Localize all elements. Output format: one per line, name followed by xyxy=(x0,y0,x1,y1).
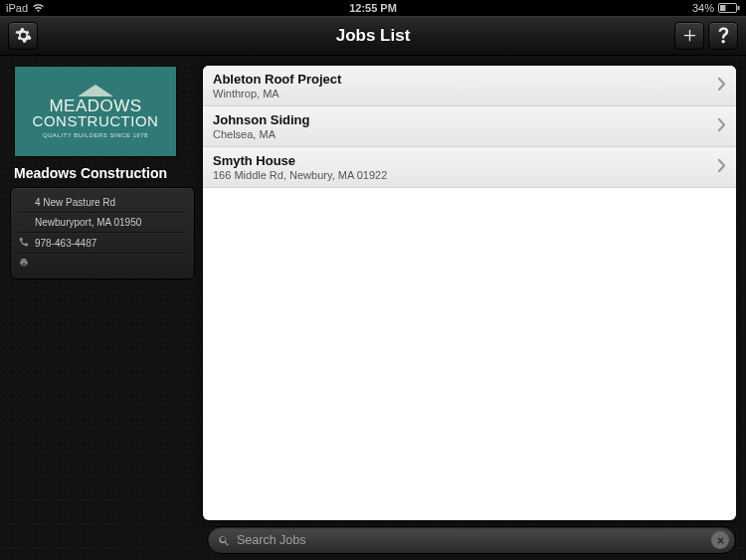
battery-icon xyxy=(718,3,740,13)
clear-search-button[interactable] xyxy=(711,531,729,549)
job-title: Johnson Siding xyxy=(213,112,717,127)
job-subtitle: Winthrop, MA xyxy=(213,88,717,99)
chevron-right-icon xyxy=(717,77,726,94)
address-row: 4 New Pasture Rd xyxy=(19,194,186,211)
ios-status-bar: iPad 12:55 PM 34% xyxy=(0,0,746,16)
gear-icon xyxy=(15,27,32,44)
fax-row xyxy=(19,255,186,273)
jobs-panel: Ableton Roof ProjectWinthrop, MAJohnson … xyxy=(203,66,736,520)
job-title: Ableton Roof Project xyxy=(213,72,717,87)
nav-bar: Jobs List xyxy=(0,16,746,56)
settings-button[interactable] xyxy=(8,22,38,50)
wifi-icon xyxy=(32,3,45,13)
plus-icon xyxy=(682,28,697,43)
chevron-right-icon xyxy=(717,158,726,176)
search-bar[interactable] xyxy=(207,526,736,554)
search-icon xyxy=(218,534,231,547)
job-subtitle: 166 Middle Rd, Newbury, MA 01922 xyxy=(213,169,717,181)
company-info-card: 4 New Pasture Rd Newburyport, MA 01950 9… xyxy=(10,187,195,280)
city-row: Newburyport, MA 01950 xyxy=(19,214,186,231)
phone-row: 978-463-4487 xyxy=(19,234,186,252)
address-line-2: Newburyport, MA 01950 xyxy=(35,217,141,228)
address-line-1: 4 New Pasture Rd xyxy=(35,197,115,208)
company-name: Meadows Construction xyxy=(14,165,195,181)
fax-icon xyxy=(19,258,29,270)
job-row[interactable]: Smyth House166 Middle Rd, Newbury, MA 01… xyxy=(203,147,736,188)
job-subtitle: Chelsea, MA xyxy=(213,128,717,140)
company-logo: MEADOWS CONSTRUCTION QUALITY BUILDERS SI… xyxy=(14,66,177,157)
help-button[interactable] xyxy=(708,22,738,50)
job-row[interactable]: Ableton Roof ProjectWinthrop, MA xyxy=(203,66,736,106)
phone-number: 978-463-4487 xyxy=(35,238,96,249)
phone-icon xyxy=(19,237,29,249)
chevron-right-icon xyxy=(717,117,726,135)
logo-tagline: QUALITY BUILDERS SINCE 1978 xyxy=(43,132,148,138)
svg-rect-2 xyxy=(720,5,725,11)
page-title: Jobs List xyxy=(336,26,411,46)
battery-percent: 34% xyxy=(692,2,714,14)
question-icon xyxy=(717,27,730,44)
sidebar: MEADOWS CONSTRUCTION QUALITY BUILDERS SI… xyxy=(0,56,203,560)
job-title: Smyth House xyxy=(213,153,717,168)
add-job-button[interactable] xyxy=(674,22,704,50)
house-icon xyxy=(78,85,113,96)
search-input[interactable] xyxy=(237,533,705,547)
status-time: 12:55 PM xyxy=(349,2,397,14)
carrier-label: iPad xyxy=(6,2,28,14)
job-row[interactable]: Johnson SidingChelsea, MA xyxy=(203,106,736,147)
logo-text-2: CONSTRUCTION xyxy=(33,114,159,128)
svg-rect-1 xyxy=(738,6,740,10)
close-icon xyxy=(716,531,725,549)
